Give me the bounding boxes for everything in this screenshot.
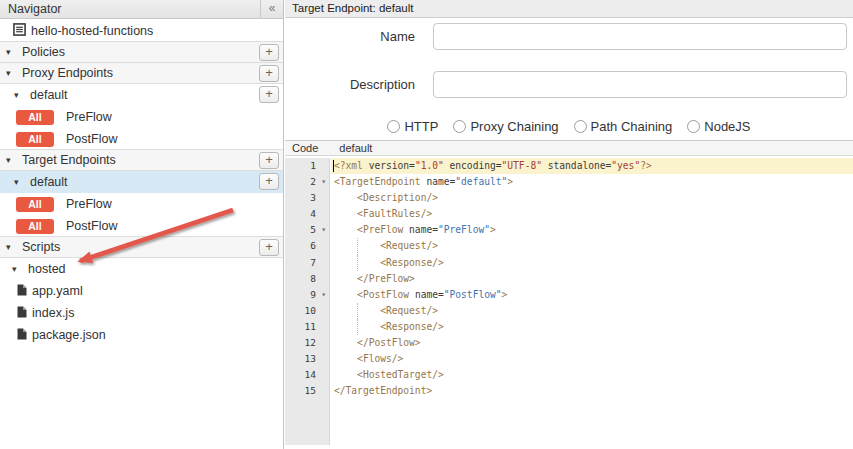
nav-item-postflow[interactable]: AllPostFlow bbox=[0, 128, 283, 150]
target-type-radios: HTTPProxy ChainingPath ChainingNodeJS bbox=[285, 118, 853, 134]
code-line-5[interactable]: <PreFlow name="PreFlow"> bbox=[331, 222, 853, 238]
add-button[interactable]: + bbox=[259, 173, 279, 190]
fold-arrow-icon[interactable]: ▾ bbox=[321, 222, 326, 238]
code-tab[interactable]: Code bbox=[292, 142, 318, 154]
disclosure-triangle-icon[interactable]: ▾ bbox=[14, 91, 25, 100]
radio-http[interactable]: HTTP bbox=[387, 119, 438, 134]
radio-label: NodeJS bbox=[704, 119, 750, 134]
nav-item-default[interactable]: ▾default+ bbox=[0, 84, 283, 106]
add-button[interactable]: + bbox=[259, 44, 279, 61]
line-number[interactable]: 8 bbox=[285, 271, 329, 287]
indent-guide bbox=[357, 255, 358, 271]
code-line-9[interactable]: <PostFlow name="PostFlow"> bbox=[331, 287, 853, 303]
navigator-title: Navigator bbox=[0, 2, 62, 16]
nav-item-index-js[interactable]: index.js bbox=[0, 302, 283, 324]
line-number[interactable]: 9▾ bbox=[285, 287, 329, 303]
line-number[interactable]: 3 bbox=[285, 190, 329, 206]
radio-nodejs[interactable]: NodeJS bbox=[687, 119, 750, 134]
description-input[interactable] bbox=[433, 71, 847, 98]
line-number[interactable]: 15 bbox=[285, 383, 329, 399]
add-button[interactable]: + bbox=[259, 65, 279, 82]
nav-item-preflow[interactable]: AllPreFlow bbox=[0, 193, 283, 215]
code-line-15[interactable]: </TargetEndpoint> bbox=[331, 383, 853, 399]
code-editor[interactable]: 12▾345▾6789▾101112131415 <?xml version="… bbox=[285, 158, 853, 445]
code-line-2[interactable]: <TargetEndpoint name="default"> bbox=[331, 174, 853, 190]
nav-item-policies[interactable]: ▾Policies+ bbox=[0, 41, 283, 63]
radio-label: Proxy Chaining bbox=[470, 119, 558, 134]
line-number[interactable]: 5▾ bbox=[285, 222, 329, 238]
nav-item-label: PostFlow bbox=[66, 132, 117, 146]
line-number[interactable]: 13 bbox=[285, 351, 329, 367]
nav-item-app-yaml[interactable]: app.yaml bbox=[0, 280, 283, 302]
panel-title: Target Endpoint: default bbox=[285, 0, 853, 18]
disclosure-triangle-icon[interactable]: ▾ bbox=[6, 243, 17, 252]
add-button[interactable]: + bbox=[259, 86, 279, 103]
line-number[interactable]: 11 bbox=[285, 319, 329, 335]
line-number[interactable]: 12 bbox=[285, 335, 329, 351]
line-number[interactable]: 7 bbox=[285, 255, 329, 271]
editor-content[interactable]: <?xml version="1.0" encoding="UTF-8" sta… bbox=[331, 158, 853, 445]
nav-item-preflow[interactable]: AllPreFlow bbox=[0, 106, 283, 128]
code-line-3[interactable]: <Description/> bbox=[331, 190, 853, 206]
add-button[interactable]: + bbox=[259, 239, 279, 256]
indent-guide bbox=[357, 319, 358, 335]
code-line-14[interactable]: <HostedTarget/> bbox=[331, 367, 853, 383]
nav-item-label: PreFlow bbox=[66, 197, 112, 211]
code-line-4[interactable]: <FaultRules/> bbox=[331, 206, 853, 222]
fold-arrow-icon[interactable]: ▾ bbox=[321, 287, 326, 303]
line-number[interactable]: 14 bbox=[285, 367, 329, 383]
nav-item-scripts[interactable]: ▾Scripts+ bbox=[0, 236, 283, 258]
line-number[interactable]: 1 bbox=[285, 158, 329, 174]
bundle-summary-icon bbox=[13, 23, 26, 39]
disclosure-triangle-icon[interactable]: ▾ bbox=[6, 48, 17, 57]
disclosure-triangle-icon[interactable]: ▾ bbox=[6, 156, 17, 165]
radio-circle-icon[interactable] bbox=[387, 120, 400, 133]
indent-guide bbox=[357, 238, 358, 254]
code-line-12[interactable]: </PostFlow> bbox=[331, 335, 853, 351]
endpoint-form: Name Description HTTPProxy ChainingPath … bbox=[285, 18, 853, 140]
add-button[interactable]: + bbox=[259, 152, 279, 169]
nav-item-package-json[interactable]: package.json bbox=[0, 324, 283, 346]
nav-item-label: index.js bbox=[32, 306, 74, 320]
line-number[interactable]: 10 bbox=[285, 303, 329, 319]
file-icon bbox=[17, 328, 27, 343]
disclosure-triangle-icon[interactable]: ▾ bbox=[6, 69, 17, 78]
code-line-7[interactable]: <Response/> bbox=[331, 255, 853, 271]
nav-item-postflow[interactable]: AllPostFlow bbox=[0, 215, 283, 237]
code-line-11[interactable]: <Response/> bbox=[331, 319, 853, 335]
code-line-1[interactable]: <?xml version="1.0" encoding="UTF-8" sta… bbox=[331, 158, 853, 174]
disclosure-triangle-icon[interactable]: ▾ bbox=[12, 265, 23, 274]
code-line-10[interactable]: <Request/> bbox=[331, 303, 853, 319]
line-number[interactable]: 6 bbox=[285, 238, 329, 254]
code-line-8[interactable]: </PreFlow> bbox=[331, 271, 853, 287]
nav-item-default[interactable]: ▾default+ bbox=[0, 171, 283, 193]
nav-item-label: default bbox=[30, 88, 68, 102]
disclosure-triangle-icon[interactable]: ▾ bbox=[14, 178, 25, 187]
code-line-6[interactable]: <Request/> bbox=[331, 238, 853, 254]
name-input[interactable] bbox=[433, 23, 847, 50]
nav-item-hosted[interactable]: ▾hosted bbox=[0, 258, 283, 280]
navigator-panel: Navigator « hello-hosted-functions▾Polic… bbox=[0, 0, 284, 449]
nav-item-proxy-endpoints[interactable]: ▾Proxy Endpoints+ bbox=[0, 62, 283, 84]
radio-label: HTTP bbox=[404, 119, 438, 134]
radio-circle-icon[interactable] bbox=[453, 120, 466, 133]
line-number[interactable]: 4 bbox=[285, 206, 329, 222]
nav-item-label: package.json bbox=[32, 328, 106, 342]
radio-path-chaining[interactable]: Path Chaining bbox=[574, 119, 673, 134]
code-file-name: default bbox=[339, 142, 372, 154]
navigator-tree: hello-hosted-functions▾Policies+▾Proxy E… bbox=[0, 19, 283, 346]
proxy-editor-window: Navigator « hello-hosted-functions▾Polic… bbox=[0, 0, 853, 449]
collapse-sidebar-button[interactable]: « bbox=[260, 0, 283, 18]
nav-item-label: Target Endpoints bbox=[22, 153, 116, 167]
code-toolbar: Code default bbox=[285, 140, 853, 156]
radio-circle-icon[interactable] bbox=[574, 120, 587, 133]
radio-proxy-chaining[interactable]: Proxy Chaining bbox=[453, 119, 558, 134]
line-number[interactable]: 2▾ bbox=[285, 174, 329, 190]
radio-circle-icon[interactable] bbox=[687, 120, 700, 133]
nav-item-target-endpoints[interactable]: ▾Target Endpoints+ bbox=[0, 149, 283, 171]
nav-item-label: hosted bbox=[28, 262, 66, 276]
nav-item-hello-hosted-functions[interactable]: hello-hosted-functions bbox=[0, 19, 283, 42]
indent-guide bbox=[357, 303, 358, 319]
fold-arrow-icon[interactable]: ▾ bbox=[321, 174, 326, 190]
code-line-13[interactable]: <Flows/> bbox=[331, 351, 853, 367]
